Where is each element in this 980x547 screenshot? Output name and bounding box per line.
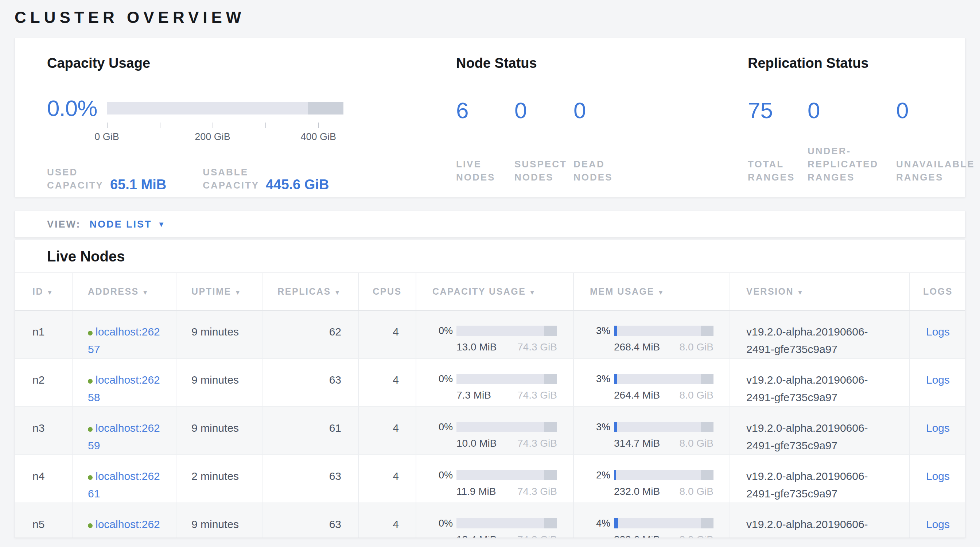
cell-mem: 3%264.4 MiB8.0 GiB: [573, 358, 730, 407]
column-header-capacity[interactable]: CAPACITY USAGE▼: [416, 273, 573, 310]
cell-logs: Logs: [910, 503, 966, 538]
summary-stat: 0UNDER-REPLICATEDRANGES: [808, 99, 896, 184]
summary-stat-label: DEADNODES: [573, 145, 639, 184]
sort-arrow-icon: ▼: [234, 289, 241, 296]
column-header-address[interactable]: ADDRESS▼: [72, 273, 176, 310]
cell-node-id: n2: [15, 358, 72, 407]
usage-total-value: 74.3 GiB: [517, 534, 557, 538]
column-header-label: ADDRESS: [88, 286, 139, 296]
cell-logs: Logs: [910, 310, 966, 358]
column-header-label: REPLICAS: [277, 286, 331, 296]
cell-logs: Logs: [910, 455, 966, 503]
summary-stat: 0UNAVAILABLERANGES: [896, 99, 976, 184]
column-header-logs: LOGS: [910, 273, 966, 310]
cell-node-id: n4: [15, 455, 72, 503]
usage-bar: [614, 470, 713, 480]
column-header-mem[interactable]: MEM USAGE▼: [573, 273, 730, 310]
usage-used-value: 11.9 MiB: [457, 486, 496, 498]
usage-used-value: 268.4 MiB: [614, 341, 660, 353]
node-address-link[interactable]: localhost:26257: [88, 326, 160, 355]
cell-cpus: 4: [358, 455, 416, 503]
column-header-uptime[interactable]: UPTIME▼: [176, 273, 262, 310]
usage-bar-fill: [614, 422, 617, 432]
axis-tick-label: 200 GiB: [195, 131, 231, 143]
capacity-gauge-bar: [107, 102, 344, 114]
capacity-gauge-axis: 0 GiB 200 GiB 400 GiB: [107, 119, 344, 148]
cell-capacity: 0%12.4 MiB74.3 GiB: [416, 503, 573, 538]
usage-total-value: 74.3 GiB: [517, 390, 557, 401]
logs-link[interactable]: Logs: [926, 374, 950, 386]
node-address-text: localhost:26262: [88, 518, 160, 538]
node-address-link[interactable]: localhost:26261: [88, 470, 160, 499]
capacity-percent: 0.0%: [47, 97, 107, 119]
summary-stat-value: 0: [896, 99, 976, 122]
usage-bar-dark-segment: [701, 470, 713, 480]
logs-link[interactable]: Logs: [926, 326, 950, 338]
cell-node-id: n3: [15, 407, 72, 455]
view-dropdown[interactable]: NODE LIST ▼: [90, 219, 165, 230]
node-address-link[interactable]: localhost:26258: [88, 374, 160, 403]
replicas-value: 62: [329, 326, 341, 338]
summary-stat-label-line: RANGES: [748, 171, 808, 184]
cell-cpus: 4: [358, 407, 416, 455]
summary-stat-label: TOTALRANGES: [748, 145, 808, 184]
version-value: v19.2.0-alpha.20190606-2491-gfe735c9a97: [746, 371, 895, 406]
capacity-stats: USEDCAPACITY65.1 MiBUSABLECAPACITY445.6 …: [47, 165, 361, 192]
summary-stat: 0SUSPECTNODES: [514, 99, 573, 184]
summary-stat-label-line: NODES: [456, 171, 514, 184]
node-id: n4: [32, 470, 45, 482]
usage-used-value: 314.7 MiB: [614, 437, 660, 449]
cell-replicas: 61: [262, 407, 358, 455]
column-header-label: CAPACITY USAGE: [433, 286, 526, 296]
uptime-value: 2 minutes: [191, 470, 239, 482]
node-id: n5: [32, 518, 45, 530]
table-row: n1localhost:262579 minutes6240%13.0 MiB7…: [15, 310, 966, 358]
usage-total-value: 8.0 GiB: [679, 341, 713, 353]
capacity-stat-label: USABLECAPACITY: [203, 165, 259, 192]
cpus-value: 4: [393, 326, 399, 338]
column-header-label: LOGS: [923, 286, 953, 296]
usage-used-value: 10.0 MiB: [457, 437, 497, 449]
cell-mem: 3%314.7 MiB8.0 GiB: [573, 407, 730, 455]
sort-arrow-icon: ▼: [47, 289, 54, 296]
usage-caption: 329.6 MiB8.0 GiB: [614, 534, 713, 538]
usage-bar-dark-segment: [544, 518, 557, 528]
column-header-replicas[interactable]: REPLICAS▼: [262, 273, 358, 310]
logs-link[interactable]: Logs: [926, 470, 950, 482]
summary-stat-value: 0: [808, 99, 896, 122]
cpus-value: 4: [393, 470, 399, 482]
usage-bar-dark-segment: [544, 326, 557, 336]
cell-version: v19.2.0-alpha.20190606-2491-gfe735c9a97: [730, 310, 910, 358]
usage-percent: 0%: [433, 325, 453, 336]
usage-caption: 232.0 MiB8.0 GiB: [614, 486, 713, 498]
logs-link[interactable]: Logs: [926, 422, 950, 434]
usage-percent: 0%: [433, 518, 453, 529]
cell-version: v19.2.0-alpha.20190606-2491-gfe735c9a97: [730, 407, 910, 455]
cpus-value: 4: [393, 422, 399, 434]
uptime-value: 9 minutes: [191, 422, 239, 434]
cell-version: v19.2.0-alpha.20190606-2491-gfe735c9a97: [730, 455, 910, 503]
usage-bar: [614, 326, 713, 336]
node-address-link[interactable]: localhost:26262: [88, 518, 160, 538]
usage-percent: 0%: [433, 470, 453, 481]
column-header-label: CPUS: [372, 286, 401, 296]
replication-status-section: Replication Status 75TOTALRANGES0UNDER-R…: [748, 56, 980, 184]
live-nodes-table: ID▼ADDRESS▼UPTIME▼REPLICAS▼CPUSCAPACITY …: [15, 272, 966, 538]
usage-bar-dark-segment: [701, 326, 713, 336]
capacity-stat-value: 65.1 MiB: [110, 177, 166, 192]
logs-link[interactable]: Logs: [926, 518, 950, 530]
usage-bar-dark-segment: [701, 422, 713, 432]
node-address-link[interactable]: localhost:26259: [88, 422, 160, 452]
summary-stat-label: SUSPECTNODES: [514, 145, 573, 184]
column-header-version[interactable]: VERSION▼: [730, 273, 910, 310]
usage-caption: 12.4 MiB74.3 GiB: [457, 534, 557, 538]
cell-node-id: n1: [15, 310, 72, 358]
cell-replicas: 63: [262, 358, 358, 407]
summary-stat-label-line: UNDER-: [808, 145, 896, 157]
node-id: n2: [32, 374, 45, 386]
summary-stat-label-line: SUSPECT: [514, 157, 573, 171]
table-header-row: ID▼ADDRESS▼UPTIME▼REPLICAS▼CPUSCAPACITY …: [15, 273, 966, 310]
cell-logs: Logs: [910, 407, 966, 455]
sort-arrow-icon: ▼: [529, 289, 536, 296]
column-header-id[interactable]: ID▼: [15, 273, 72, 310]
